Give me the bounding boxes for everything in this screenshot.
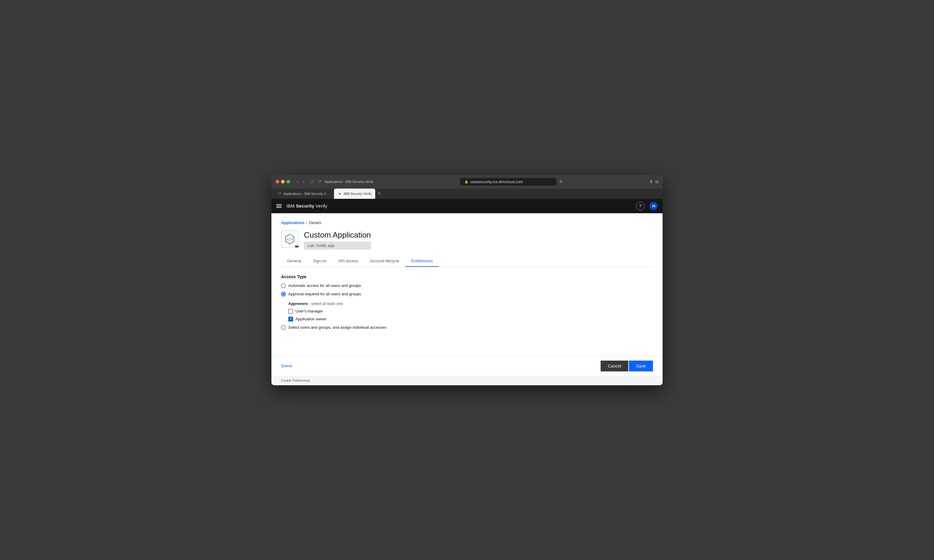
tab1-title: Applications - IBM Security Verify xyxy=(284,192,330,195)
logo-ibm: IBM xyxy=(287,203,296,208)
camera-badge[interactable]: 📷 xyxy=(294,243,300,249)
browser-tabs: 🛡 Applications - IBM Security Verify ■ I… xyxy=(271,189,663,199)
help-button[interactable]: ? xyxy=(636,202,644,210)
tab-account-lifecycle[interactable]: Account lifecycle xyxy=(364,255,405,267)
share-button[interactable]: ⬆ xyxy=(649,179,653,185)
url-text: casesecurity.ice.ibmcloud.com xyxy=(470,180,523,184)
browser-titlebar: ‹ › □ 🛡 Applications - IBM Security Veri… xyxy=(271,175,663,189)
tab-entitlements[interactable]: Entitlements xyxy=(405,255,439,267)
new-window-button[interactable]: ⧉ xyxy=(655,179,658,185)
access-type-title: Access Type xyxy=(281,274,653,279)
maximize-button[interactable] xyxy=(287,180,290,183)
radio-auto[interactable]: Automatic access for all users and group… xyxy=(281,283,653,288)
footer-actions: Cancel Save xyxy=(601,361,653,371)
back-button[interactable]: ‹ xyxy=(296,178,300,185)
app-container: IBM Security Verify ? JS Applications / … xyxy=(271,199,663,385)
breadcrumb-applications-link[interactable]: Applications xyxy=(281,220,305,225)
save-button[interactable]: Save xyxy=(629,361,653,371)
radio-approval-input[interactable] xyxy=(281,292,286,297)
delete-button[interactable]: Delete xyxy=(281,364,293,368)
breadcrumb-current: Details xyxy=(309,220,321,225)
address-bar[interactable]: 🔒 casesecurity.ice.ibmcloud.com xyxy=(460,178,556,186)
nav-buttons: ‹ › xyxy=(296,178,305,185)
checkbox-owner-label: Application owner xyxy=(296,317,327,321)
logo-security: Security xyxy=(296,203,314,208)
logo-verify: Verify xyxy=(314,203,327,208)
close-button[interactable] xyxy=(276,180,279,183)
minimize-button[interactable] xyxy=(281,180,285,183)
radio-auto-label: Automatic access for all users and group… xyxy=(288,283,361,288)
radio-auto-input[interactable] xyxy=(281,283,286,288)
checkbox-managers-input[interactable] xyxy=(288,309,293,314)
radio-select[interactable]: Select users and groups, and assign indi… xyxy=(281,325,653,330)
forward-button[interactable]: › xyxy=(301,178,306,185)
breadcrumb-separator: / xyxy=(306,220,308,225)
traffic-lights xyxy=(276,180,290,183)
access-type-section: Access Type Automatic access for all use… xyxy=(281,274,653,330)
avatar[interactable]: JS xyxy=(649,202,658,210)
checkbox-managers[interactable]: User's manager xyxy=(288,309,653,314)
cookie-preferences-label[interactable]: Cookie Preferences xyxy=(281,378,310,382)
page-footer: Delete Cancel Save xyxy=(271,356,663,375)
tab2-title: IBM Security Verify xyxy=(344,192,371,195)
sidebar-toggle-button[interactable]: □ xyxy=(308,178,315,185)
browser-tab-2[interactable]: ■ IBM Security Verify xyxy=(334,189,375,199)
tab1-favicon: 🛡 xyxy=(277,192,282,196)
app-logo: IBM Security Verify xyxy=(287,203,327,208)
approvers-title: Approvers - select at least one xyxy=(288,302,653,306)
svg-text:</>: </> xyxy=(287,237,293,241)
approvers-title-text: Approvers xyxy=(288,302,308,306)
checkbox-owner[interactable]: Application owner xyxy=(288,317,653,322)
tab-favicon-shield: 🛡 xyxy=(318,180,322,184)
radio-select-input[interactable] xyxy=(281,325,286,330)
app-icon-wrapper: </> 📷 xyxy=(281,230,299,248)
address-bar-area: 🔒 casesecurity.ice.ibmcloud.com ↻ xyxy=(376,178,646,186)
cookie-bar: Cookie Preferences xyxy=(271,375,663,385)
checkbox-owner-input[interactable] xyxy=(288,317,293,322)
tab2-favicon: ■ xyxy=(338,192,342,196)
tab1-label[interactable]: Applications - IBM Security Verify xyxy=(325,180,373,183)
approvers-subtitle: - select at least one xyxy=(308,302,343,306)
browser-tab-1[interactable]: 🛡 Applications - IBM Security Verify xyxy=(274,189,334,199)
access-type-radio-group: Automatic access for all users and group… xyxy=(281,283,653,330)
browser-actions: ⬆ ⧉ xyxy=(649,179,658,185)
app-header: IBM Security Verify ? JS xyxy=(271,199,663,213)
radio-select-label: Select users and groups, and assign indi… xyxy=(288,325,386,330)
lock-icon: 🔒 xyxy=(464,180,469,184)
app-name-section: Custom Application Lab: SAML app xyxy=(304,230,371,250)
cancel-button[interactable]: Cancel xyxy=(601,361,628,371)
new-tab-button[interactable]: + xyxy=(375,190,383,197)
radio-approval[interactable]: Approval required for all users and grou… xyxy=(281,292,653,297)
checkbox-managers-label: User's manager xyxy=(296,309,323,313)
refresh-button[interactable]: ↻ xyxy=(559,179,563,184)
approvers-section: Approvers - select at least one User's m… xyxy=(288,302,653,322)
app-title: Custom Application xyxy=(304,230,371,240)
approvers-checkbox-group: User's manager Application owner xyxy=(288,309,653,322)
page-content: Applications / Details </> 📷 xyxy=(271,213,663,356)
radio-approval-label: Approval required for all users and grou… xyxy=(288,292,361,296)
tab-api-access[interactable]: API access xyxy=(333,255,364,267)
nav-tabs: General Sign-on API access Account lifec… xyxy=(281,255,653,267)
app-icon-svg: </> xyxy=(284,234,295,245)
app-identity: </> 📷 Custom Application Lab: SAML app xyxy=(281,230,653,250)
breadcrumb: Applications / Details xyxy=(281,220,653,225)
tab-sign-on[interactable]: Sign-on xyxy=(307,255,333,267)
hamburger-menu-button[interactable] xyxy=(276,204,282,208)
tab-general[interactable]: General xyxy=(281,255,307,267)
app-subtitle: Lab: SAML app xyxy=(304,242,371,250)
